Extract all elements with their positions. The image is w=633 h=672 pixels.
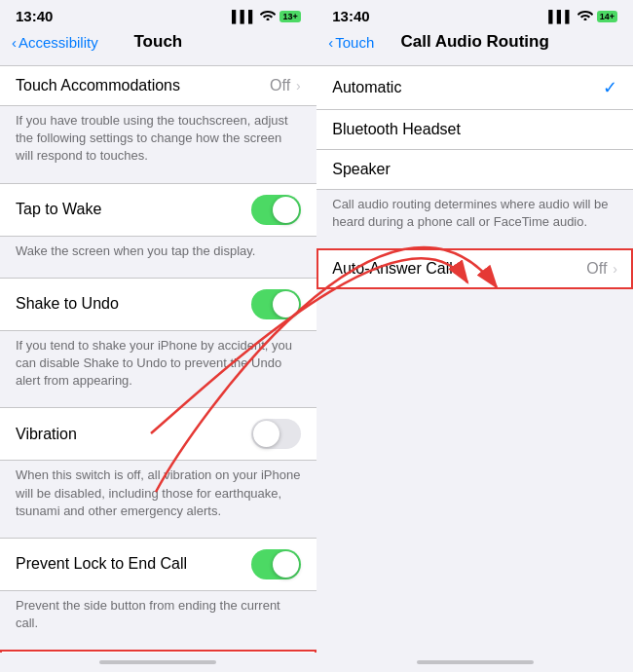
signal-icon: ▌▌▌ (232, 10, 257, 23)
time-left: 13:40 (16, 8, 53, 24)
nav-title-right: Call Audio Routing (400, 32, 548, 52)
shake-to-undo-label: Shake to Undo (16, 295, 119, 313)
tap-to-wake-label: Tap to Wake (16, 201, 101, 218)
back-chevron-icon-right: ‹ (328, 34, 333, 51)
touch-accommodations-group: Touch Accommodations Off › (0, 65, 316, 106)
battery-badge-right: 14+ (597, 11, 617, 22)
vibration-label: Vibration (16, 426, 77, 443)
signal-icon-right: ▌▌▌ (548, 10, 574, 23)
back-chevron-icon: ‹ (12, 34, 17, 51)
automatic-row[interactable]: Automatic ✓ (316, 66, 633, 110)
touch-accommodations-value: Off › (270, 77, 301, 94)
auto-answer-label: Auto-Answer Calls (332, 260, 461, 278)
touch-accommodations-chevron: › (296, 78, 301, 93)
bluetooth-headset-label: Bluetooth Headset (332, 121, 461, 138)
auto-answer-group: Auto-Answer Calls Off › (316, 248, 633, 289)
auto-answer-value: Off › (586, 260, 617, 278)
left-panel: 13:40 ▌▌▌ 13+ ‹ Accessibility Touch Touc… (0, 0, 316, 672)
back-button-right[interactable]: ‹ Touch (328, 34, 374, 51)
home-indicator-left (0, 653, 316, 672)
home-bar-left (99, 660, 216, 664)
auto-answer-chevron: › (613, 261, 617, 277)
time-right: 13:40 (332, 8, 369, 24)
auto-answer-highlight: Auto-Answer Calls Off › (316, 248, 633, 289)
shake-to-undo-toggle[interactable] (251, 289, 301, 319)
touch-accommodations-desc: If you have trouble using the touchscree… (0, 106, 316, 175)
vibration-toggle[interactable] (251, 419, 301, 449)
right-content: Automatic ✓ Bluetooth Headset Speaker Ca… (316, 57, 633, 653)
prevent-lock-knob (273, 551, 299, 578)
touch-accommodations-row[interactable]: Touch Accommodations Off › (0, 66, 316, 105)
wifi-icon (260, 9, 276, 23)
prevent-lock-desc: Prevent the side button from ending the … (0, 591, 316, 642)
prevent-lock-row[interactable]: Prevent Lock to End Call (0, 539, 316, 590)
bluetooth-headset-row[interactable]: Bluetooth Headset (316, 110, 633, 150)
call-audio-routing-row[interactable]: Call Audio Routing Automatic › (0, 651, 316, 653)
nav-title-left: Touch (134, 32, 183, 52)
back-label-left: Accessibility (19, 34, 98, 51)
vibration-group: Vibration (0, 407, 316, 461)
auto-answer-row[interactable]: Auto-Answer Calls Off › (316, 249, 633, 288)
tap-to-wake-group: Tap to Wake (0, 183, 316, 237)
touch-accommodations-text: Off (270, 77, 290, 94)
prevent-lock-label: Prevent Lock to End Call (16, 555, 187, 573)
home-indicator-right (316, 653, 633, 672)
prevent-lock-toggle[interactable] (251, 549, 301, 579)
automatic-label: Automatic (332, 79, 401, 96)
shake-to-undo-row[interactable]: Shake to Undo (0, 279, 316, 330)
automatic-checkmark: ✓ (603, 77, 617, 98)
touch-accommodations-label: Touch Accommodations (16, 77, 180, 94)
tap-to-wake-desc: Wake the screen when you tap the display… (0, 237, 316, 270)
left-content: Touch Accommodations Off › If you have t… (0, 57, 316, 653)
status-icons-right: ▌▌▌ 14+ (548, 9, 617, 23)
call-audio-routing-group: Call Audio Routing Automatic › (0, 650, 316, 653)
battery-badge-left: 13+ (279, 11, 300, 22)
tap-to-wake-toggle[interactable] (251, 195, 301, 225)
shake-to-undo-desc: If you tend to shake your iPhone by acci… (0, 331, 316, 400)
wifi-icon-right (577, 9, 593, 23)
audio-routing-desc: Call audio routing determines where audi… (316, 190, 633, 241)
speaker-label: Speaker (332, 161, 391, 178)
home-bar-right (417, 660, 534, 664)
auto-answer-text: Off (586, 260, 607, 278)
status-icons-left: ▌▌▌ 13+ (232, 9, 301, 23)
prevent-lock-group: Prevent Lock to End Call (0, 538, 316, 591)
call-audio-routing-highlight: Call Audio Routing Automatic › (0, 650, 316, 653)
status-bar-right: 13:40 ▌▌▌ 14+ (316, 0, 633, 28)
vibration-desc: When this switch is off, all vibration o… (0, 461, 316, 530)
shake-to-undo-knob (273, 291, 299, 317)
vibration-knob (253, 421, 279, 447)
audio-routing-options-group: Automatic ✓ Bluetooth Headset Speaker (316, 65, 633, 190)
shake-to-undo-group: Shake to Undo (0, 278, 316, 331)
back-button-left[interactable]: ‹ Accessibility (12, 34, 98, 51)
nav-bar-left: ‹ Accessibility Touch (0, 28, 316, 57)
right-panel: 13:40 ▌▌▌ 14+ ‹ Touch Call Audio Routing… (316, 0, 633, 672)
back-label-right: Touch (335, 34, 374, 51)
status-bar-left: 13:40 ▌▌▌ 13+ (0, 0, 316, 28)
tap-to-wake-row[interactable]: Tap to Wake (0, 184, 316, 236)
nav-bar-right: ‹ Touch Call Audio Routing (316, 28, 633, 57)
speaker-row[interactable]: Speaker (316, 150, 633, 189)
vibration-row[interactable]: Vibration (0, 408, 316, 460)
tap-to-wake-knob (273, 197, 299, 223)
